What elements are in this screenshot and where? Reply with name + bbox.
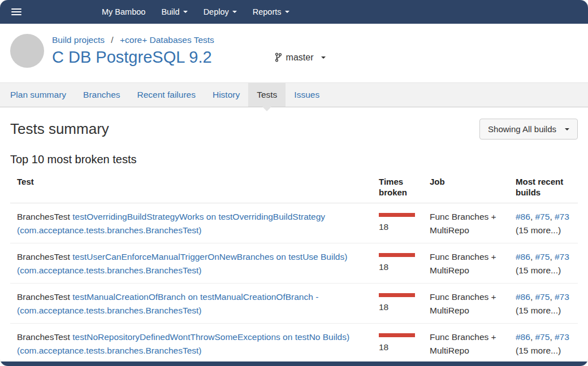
recent-builds-cell: #86, #75, #73 (15 more...) — [509, 284, 578, 324]
more-builds-label[interactable]: (15 more...) — [516, 304, 571, 317]
broken-count-bar — [379, 333, 415, 337]
build-link[interactable]: #86 — [516, 292, 530, 302]
tab-plan-summary[interactable]: Plan summary — [2, 83, 75, 107]
branch-selector[interactable]: master — [274, 53, 326, 63]
tab-issues[interactable]: Issues — [286, 83, 328, 107]
plan-title[interactable]: C DB PostgreSQL 9.2 — [52, 48, 212, 67]
chevron-down-icon — [183, 11, 188, 13]
bamboo-page: My Bamboo Build Deploy Reports Build pro… — [0, 0, 588, 366]
build-link[interactable]: #73 — [555, 332, 569, 342]
job-cell: Func Branches + MultiRepo — [423, 203, 509, 243]
test-cell: BranchesTest testNoRepositoryDefinedWont… — [10, 324, 372, 362]
table-row: BranchesTest testNoRepositoryDefinedWont… — [10, 324, 578, 362]
nav-reports-label: Reports — [253, 7, 282, 16]
column-header-recent-builds: Most recent builds — [509, 171, 578, 203]
job-cell: Func Branches + MultiRepo — [423, 243, 509, 284]
builds-separator: , — [550, 212, 555, 221]
broken-count: 18 — [379, 222, 388, 232]
column-header-job: Job — [423, 171, 509, 203]
chevron-down-icon — [232, 11, 237, 13]
build-link[interactable]: #75 — [535, 332, 550, 342]
nav-reports[interactable]: Reports — [253, 7, 289, 16]
times-broken-cell: 18 — [372, 243, 423, 284]
test-cell: BranchesTest testManualCreationOfBranch … — [10, 284, 372, 324]
test-class-name: BranchesTest — [17, 212, 70, 221]
breadcrumb: Build projects / +core+ Databases Tests — [52, 35, 326, 45]
builds-separator: , — [530, 332, 535, 342]
job-cell: Func Branches + MultiRepo — [423, 324, 509, 362]
table-row: BranchesTest testUserCanEnforceManualTri… — [10, 243, 578, 284]
build-link[interactable]: #73 — [555, 252, 569, 262]
test-cell: BranchesTest testOverridingBuildStrategy… — [10, 203, 372, 243]
more-builds-label[interactable]: (15 more...) — [516, 224, 571, 237]
builds-separator: , — [550, 252, 555, 262]
recent-builds-cell: #86, #75, #73 (15 more...) — [509, 243, 578, 284]
nav-build-label: Build — [161, 7, 179, 16]
build-link[interactable]: #75 — [535, 252, 550, 262]
column-header-times-broken: Times broken — [372, 171, 423, 203]
hamburger-menu-icon[interactable] — [11, 8, 23, 15]
times-broken-cell: 18 — [372, 203, 423, 243]
build-link[interactable]: #73 — [555, 292, 569, 302]
build-link[interactable]: #73 — [555, 212, 569, 221]
table-row: BranchesTest testOverridingBuildStrategy… — [10, 203, 578, 243]
recent-builds-cell: #86, #75, #73 (15 more...) — [509, 203, 578, 243]
branch-icon — [274, 53, 282, 62]
broken-tests-table: Test Times broken Job Most recent builds… — [10, 171, 578, 361]
column-header-test: Test — [10, 171, 372, 203]
section-title: Top 10 most broken tests — [10, 153, 578, 166]
breadcrumb-build-projects[interactable]: Build projects — [52, 35, 105, 45]
chevron-down-icon — [285, 11, 289, 13]
broken-count-bar — [379, 293, 415, 297]
broken-count: 18 — [379, 342, 388, 352]
tab-tests[interactable]: Tests — [248, 83, 286, 107]
showing-builds-dropdown[interactable]: Showing All builds — [479, 119, 578, 140]
top-navbar: My Bamboo Build Deploy Reports — [0, 0, 588, 24]
builds-separator: , — [530, 212, 535, 221]
tab-branches[interactable]: Branches — [75, 83, 128, 107]
main-content: Tests summary Showing All builds Top 10 … — [0, 107, 588, 361]
more-builds-label[interactable]: (15 more...) — [516, 344, 571, 358]
breadcrumb-project[interactable]: +core+ Databases Tests — [120, 35, 214, 45]
build-link[interactable]: #86 — [516, 252, 530, 262]
test-class-name: BranchesTest — [17, 252, 70, 262]
nav-my-bamboo[interactable]: My Bamboo — [102, 7, 145, 16]
broken-count-bar — [379, 253, 415, 257]
builds-separator: , — [550, 292, 555, 302]
job-cell: Func Branches + MultiRepo — [423, 284, 509, 324]
builds-separator: , — [530, 292, 535, 302]
bottom-bar — [0, 361, 588, 366]
test-cell: BranchesTest testUserCanEnforceManualTri… — [10, 243, 372, 284]
tab-history[interactable]: History — [204, 83, 248, 107]
times-broken-cell: 18 — [372, 324, 423, 362]
page-title: Tests summary — [10, 120, 109, 138]
broken-count-bar — [379, 213, 415, 217]
nav-my-bamboo-label: My Bamboo — [102, 7, 145, 16]
build-link[interactable]: #86 — [516, 332, 530, 342]
nav-build[interactable]: Build — [161, 7, 187, 16]
times-broken-cell: 18 — [372, 284, 423, 324]
test-class-name: BranchesTest — [17, 292, 70, 302]
tab-recent-failures[interactable]: Recent failures — [129, 83, 204, 107]
more-builds-label[interactable]: (15 more...) — [516, 264, 571, 277]
nav-items: My Bamboo Build Deploy Reports — [102, 7, 289, 16]
breadcrumb-separator: / — [111, 35, 113, 45]
chevron-down-icon — [321, 56, 326, 59]
broken-count: 18 — [379, 302, 388, 312]
builds-separator: , — [530, 252, 535, 262]
build-link[interactable]: #75 — [535, 212, 550, 221]
broken-count: 18 — [379, 262, 388, 272]
branch-name: master — [286, 53, 314, 63]
plan-tabs: Plan summary Branches Recent failures Hi… — [0, 82, 588, 107]
avatar — [10, 34, 44, 68]
recent-builds-cell: #86, #75, #73 (15 more...) — [509, 324, 578, 362]
table-header-row: Test Times broken Job Most recent builds — [10, 171, 578, 203]
build-link[interactable]: #86 — [516, 212, 530, 221]
test-class-name: BranchesTest — [17, 332, 70, 342]
nav-deploy[interactable]: Deploy — [204, 7, 237, 16]
build-link[interactable]: #75 — [535, 292, 550, 302]
chevron-down-icon — [565, 128, 569, 130]
nav-deploy-label: Deploy — [204, 7, 229, 16]
table-row: BranchesTest testManualCreationOfBranch … — [10, 284, 578, 324]
plan-header: Build projects / +core+ Databases Tests … — [0, 24, 588, 82]
